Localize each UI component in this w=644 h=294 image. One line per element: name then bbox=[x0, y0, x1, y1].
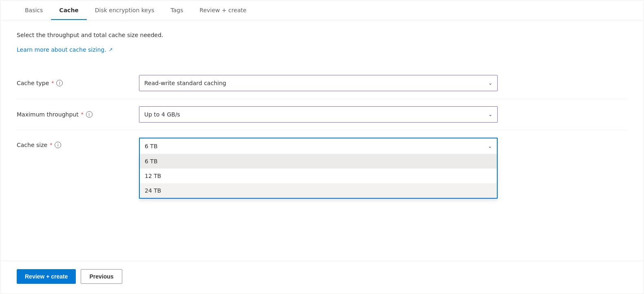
cache-size-required: * bbox=[50, 142, 52, 148]
cache-size-option-6tb[interactable]: 6 TB bbox=[140, 154, 497, 169]
cache-type-label: Cache type * i bbox=[17, 80, 139, 86]
max-throughput-dropdown[interactable]: Up to 4 GB/s ⌄ bbox=[139, 106, 498, 123]
cache-size-label: Cache size * i bbox=[17, 138, 139, 148]
cache-size-label-text: Cache size bbox=[17, 142, 47, 148]
previous-button[interactable]: Previous bbox=[81, 269, 122, 284]
max-throughput-chevron: ⌄ bbox=[488, 112, 492, 117]
cache-type-value: Read-write standard caching bbox=[144, 80, 226, 86]
cache-type-dropdown[interactable]: Read-write standard caching ⌄ bbox=[139, 75, 498, 91]
cache-size-dropdown-list: 6 TB 12 TB 24 TB bbox=[139, 154, 498, 199]
learn-more-text: Learn more about cache sizing. bbox=[17, 46, 106, 53]
max-throughput-required: * bbox=[81, 112, 84, 117]
cache-size-info-icon[interactable]: i bbox=[55, 142, 61, 148]
cache-size-option-12tb[interactable]: 12 TB bbox=[140, 169, 497, 183]
review-create-button[interactable]: Review + create bbox=[17, 269, 76, 284]
page-description: Select the throughput and total cache si… bbox=[17, 32, 627, 38]
tab-basics[interactable]: Basics bbox=[17, 0, 51, 20]
max-throughput-info-icon[interactable]: i bbox=[86, 111, 93, 118]
cache-size-option-24tb[interactable]: 24 TB bbox=[140, 183, 497, 198]
main-content: Select the throughput and total cache si… bbox=[0, 20, 644, 244]
external-link-icon: ↗ bbox=[109, 47, 113, 53]
max-throughput-value: Up to 4 GB/s bbox=[144, 111, 180, 118]
cache-type-label-text: Cache type bbox=[17, 80, 49, 86]
cache-size-dropdown[interactable]: 6 TB ⌄ bbox=[139, 138, 498, 154]
cache-type-required: * bbox=[51, 80, 54, 86]
tab-review-create[interactable]: Review + create bbox=[192, 0, 255, 20]
page-container: Basics Cache Disk encryption keys Tags R… bbox=[0, 0, 644, 294]
cache-size-chevron: ⌄ bbox=[488, 143, 492, 149]
tab-cache[interactable]: Cache bbox=[51, 0, 86, 20]
cache-size-control: 6 TB ⌄ 6 TB 12 TB 24 TB bbox=[139, 138, 498, 154]
cache-type-info-icon[interactable]: i bbox=[56, 80, 63, 86]
max-throughput-control: Up to 4 GB/s ⌄ bbox=[139, 106, 498, 123]
cache-type-chevron: ⌄ bbox=[488, 80, 492, 86]
cache-type-control: Read-write standard caching ⌄ bbox=[139, 75, 498, 91]
form-section: Cache type * i Read-write standard cachi… bbox=[17, 68, 627, 161]
max-throughput-row: Maximum throughput * i Up to 4 GB/s ⌄ bbox=[17, 99, 627, 130]
max-throughput-label-text: Maximum throughput bbox=[17, 111, 79, 118]
action-bar: Review + create Previous bbox=[0, 261, 644, 294]
tabs-nav: Basics Cache Disk encryption keys Tags R… bbox=[0, 0, 644, 20]
learn-more-link[interactable]: Learn more about cache sizing. ↗ bbox=[17, 46, 113, 53]
max-throughput-label: Maximum throughput * i bbox=[17, 111, 139, 118]
cache-size-value: 6 TB bbox=[145, 143, 158, 149]
cache-type-row: Cache type * i Read-write standard cachi… bbox=[17, 68, 627, 99]
tab-tags[interactable]: Tags bbox=[163, 0, 192, 20]
tab-disk-encryption-keys[interactable]: Disk encryption keys bbox=[87, 0, 163, 20]
cache-size-row: Cache size * i 6 TB ⌄ 6 TB 12 TB 24 TB bbox=[17, 130, 627, 161]
